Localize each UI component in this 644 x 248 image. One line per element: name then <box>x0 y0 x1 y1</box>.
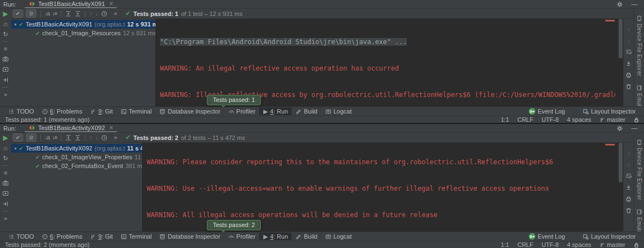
collapse-all-icon[interactable] <box>74 10 81 17</box>
minimize-icon[interactable]: — <box>631 1 637 7</box>
scroll-up-icon[interactable]: ↑ <box>627 26 630 33</box>
sort-by-duration-icon[interactable]: ↓≡ <box>52 10 57 17</box>
toolbar-item-profiler[interactable]: Profiler <box>224 107 260 115</box>
toolbar-item-problems[interactable]: 6: Problems <box>38 233 87 240</box>
minimize-icon[interactable]: — <box>631 125 637 131</box>
scroll-down-icon[interactable]: ↓ <box>627 161 630 168</box>
toolbar-item-terminal[interactable]: Terminal <box>117 107 156 115</box>
toolbar-item-todo[interactable]: TODO <box>4 233 38 240</box>
scroll-up-icon[interactable]: ↑ <box>627 150 630 157</box>
scroll-to-end-icon[interactable] <box>625 60 632 67</box>
previous-failed-icon[interactable]: ↑ <box>89 10 93 17</box>
more-chevrons-icon[interactable]: » <box>114 10 117 17</box>
toolbar-item-logcat[interactable]: Logcat <box>321 107 356 115</box>
encoding[interactable]: UTF-8 <box>541 241 559 248</box>
more-chevrons-icon[interactable]: » <box>4 91 7 98</box>
stop-icon[interactable]: ■ <box>4 170 8 176</box>
close-icon[interactable]: × <box>109 1 113 7</box>
encoding[interactable]: UTF-8 <box>541 116 559 123</box>
screenshot-camera-icon[interactable] <box>2 180 9 186</box>
next-failed-icon[interactable]: ↓ <box>95 134 99 141</box>
soft-wrap-icon[interactable] <box>625 172 632 179</box>
git-branch-widget[interactable]: master <box>599 116 625 123</box>
tree-row-root[interactable]: ▾ ✔ TestB1BasicActivityX091 (org.aplas.t… <box>11 20 155 29</box>
tree-row-root[interactable]: ▾ ✔ TestB1BasicActivityX092 (org.aplas.t… <box>11 144 142 153</box>
git-branch-widget[interactable]: master <box>599 241 625 248</box>
scrollbar-thumb[interactable] <box>619 19 622 58</box>
expand-all-icon[interactable] <box>65 10 72 17</box>
toolbar-item-profiler[interactable]: Profiler <box>224 233 260 240</box>
toolbar-item-run[interactable]: ▶ 4: Run <box>259 107 292 115</box>
layout-inspector-button[interactable]: Layout Inspector <box>579 107 640 115</box>
previous-failed-icon[interactable]: ↑ <box>89 134 93 141</box>
toolbar-item-run[interactable]: ▶ 4: Run <box>259 233 292 240</box>
line-ending[interactable]: CRLF <box>517 116 533 123</box>
toolbar-item-database-inspector[interactable]: Database Inspector <box>155 107 224 115</box>
caret-position[interactable]: 1:1 <box>501 241 509 248</box>
expander-icon[interactable]: ▾ <box>14 146 17 151</box>
toolbar-item-git[interactable]: 9: Git <box>86 107 116 115</box>
show-ignored-toggle[interactable]: ⊘ <box>26 9 36 18</box>
stripe-device-file-explorer[interactable]: Device File Explorer <box>636 139 642 200</box>
layout-inspector-button[interactable]: Layout Inspector <box>579 233 640 240</box>
screen-record-icon[interactable] <box>2 190 9 197</box>
more-chevrons-icon[interactable]: » <box>114 134 117 141</box>
toolbar-item-git[interactable]: 9: Git <box>86 233 116 240</box>
next-failed-icon[interactable]: ↓ <box>95 10 99 17</box>
print-icon[interactable] <box>625 196 632 202</box>
refresh-icon[interactable]: ↻ <box>3 155 8 161</box>
print-icon[interactable] <box>625 72 632 78</box>
indent-setting[interactable]: 4 spaces <box>567 116 591 123</box>
toolbar-item-todo[interactable]: TODO <box>4 107 38 115</box>
toolbar-item-database-inspector[interactable]: Database Inspector <box>155 233 224 240</box>
toolbar-item-build[interactable]: Build <box>292 107 321 115</box>
show-passed-toggle[interactable]: ✔ <box>13 9 23 18</box>
event-log-button[interactable]: 9+ Event Log <box>525 107 569 115</box>
run-tab-x091[interactable]: TestB1BasicActivityX091 × <box>25 0 117 8</box>
gear-icon[interactable] <box>616 125 623 132</box>
event-log-button[interactable]: 9+ Event Log <box>525 233 569 240</box>
debug-icon[interactable] <box>2 21 9 28</box>
scrollbar-thumb[interactable] <box>619 143 622 182</box>
scroll-down-icon[interactable]: ↓ <box>627 37 630 44</box>
rerun-icon[interactable]: ▶ <box>3 10 8 17</box>
line-ending[interactable]: CRLF <box>517 241 533 248</box>
import-icon[interactable] <box>2 77 9 83</box>
scroll-to-end-icon[interactable] <box>625 184 632 191</box>
screen-record-icon[interactable] <box>2 66 9 73</box>
tree-row-test[interactable]: ✔ check_02_FormulaBox_Event 381 ms <box>11 161 142 170</box>
more-chevrons-icon[interactable]: » <box>4 215 7 222</box>
screenshot-camera-icon[interactable] <box>2 56 9 62</box>
caret-position[interactable]: 1:1 <box>501 116 509 123</box>
close-icon[interactable]: × <box>109 125 113 131</box>
rerun-icon[interactable]: ▶ <box>3 134 8 141</box>
soft-wrap-icon[interactable] <box>625 48 632 55</box>
lock-icon[interactable] <box>634 117 639 123</box>
sort-alphabetically-icon[interactable]: ↓a <box>45 10 50 17</box>
debug-icon[interactable] <box>2 145 9 152</box>
sort-alphabetically-icon[interactable]: ↓a <box>45 134 50 141</box>
toolbar-item-build[interactable]: Build <box>292 233 321 240</box>
lock-icon[interactable] <box>634 242 639 248</box>
toolbar-item-terminal[interactable]: Terminal <box>117 233 156 240</box>
expand-all-icon[interactable] <box>65 134 72 141</box>
stop-icon[interactable]: ■ <box>4 46 8 52</box>
expander-icon[interactable]: ▾ <box>14 22 17 27</box>
tree-row-test[interactable]: ✔ check_01_ImageView_Properties 11 s 91 … <box>11 153 142 161</box>
clear-trash-icon[interactable] <box>625 207 632 214</box>
import-icon[interactable] <box>2 201 9 207</box>
tree-row-test[interactable]: ✔ check_01_Image_Resources 12 s 931 ms <box>11 29 155 37</box>
run-tab-x092[interactable]: TestB1BasicActivityX092 × <box>25 124 117 132</box>
stripe-device-file-explorer[interactable]: Device File Explorer <box>636 15 642 76</box>
show-ignored-toggle[interactable]: ⊘ <box>26 133 36 142</box>
show-passed-toggle[interactable]: ✔ <box>13 133 23 142</box>
sort-by-duration-icon[interactable]: ↓≡ <box>52 134 57 141</box>
refresh-icon[interactable]: ↻ <box>3 31 8 37</box>
clear-trash-icon[interactable] <box>625 83 632 90</box>
collapse-all-icon[interactable] <box>74 134 81 141</box>
test-history-clock-icon[interactable] <box>101 134 108 141</box>
gear-icon[interactable] <box>616 1 623 8</box>
indent-setting[interactable]: 4 spaces <box>567 241 591 248</box>
toolbar-item-logcat[interactable]: Logcat <box>321 233 356 240</box>
toolbar-item-problems[interactable]: 6: Problems <box>38 107 87 115</box>
